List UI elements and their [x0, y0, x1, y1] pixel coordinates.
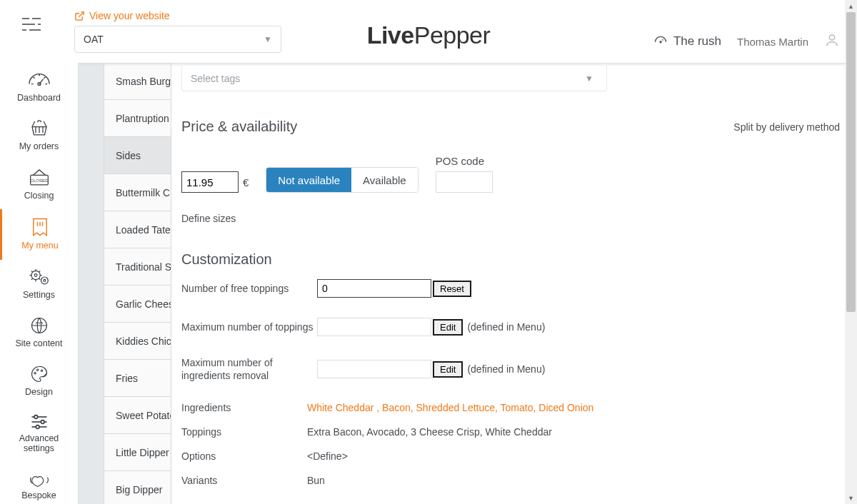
svg-point-8	[829, 34, 834, 39]
menu-card-icon	[30, 216, 50, 238]
svg-point-16	[43, 279, 45, 281]
sidebar-item-bespoke[interactable]: Bespoke	[0, 462, 78, 504]
options-value[interactable]: <Define>	[307, 450, 348, 462]
svg-point-20	[36, 369, 38, 371]
define-sizes-link[interactable]: Define sizes	[181, 213, 840, 224]
browser-scrollbar[interactable]: ▲ ▼	[845, 0, 857, 504]
category-item[interactable]: Plantruption	[104, 100, 171, 137]
max-removal-label: Maximum number of ingredients removal	[181, 356, 317, 382]
category-item[interactable]: Kiddies Chick	[104, 323, 171, 360]
sidebar-item-design[interactable]: Design	[0, 357, 78, 405]
max-removal-edit[interactable]: Edit	[433, 361, 463, 378]
chevron-down-icon: ▼	[264, 34, 272, 44]
category-item[interactable]: Smash Burger	[104, 63, 171, 100]
max-removal-hint: (defined in Menu)	[467, 363, 545, 375]
category-item[interactable]: Sweet Potato	[104, 397, 171, 434]
sidebar-item-label: Site content	[15, 338, 62, 348]
svg-point-14	[34, 273, 37, 276]
basket-icon	[29, 119, 50, 138]
svg-point-19	[34, 373, 36, 374]
svg-text:CLOSED: CLOSED	[30, 178, 49, 183]
ingredients-value[interactable]: White Cheddar , Bacon, Shredded Lettuce,…	[307, 402, 593, 413]
scroll-down-arrow[interactable]: ▼	[845, 492, 857, 504]
hamburger-toggle[interactable]	[17, 10, 46, 39]
sidebar-item-settings[interactable]: Settings	[0, 260, 78, 308]
toppings-value: Extra Bacon, Avocado, 3 Cheese Crisp, Wh…	[307, 426, 552, 438]
sidebar-item-label: Settings	[23, 290, 55, 300]
category-label: Kiddies Chick	[116, 336, 171, 347]
svg-point-7	[660, 41, 661, 43]
max-removal-input[interactable]	[317, 360, 431, 378]
variants-label: Variants	[181, 475, 307, 486]
sidebar-item-label: My menu	[21, 241, 58, 251]
sidebar-item-dashboard[interactable]: Dashboard	[0, 63, 78, 111]
view-website-link[interactable]: View your website	[74, 10, 289, 21]
split-delivery-link[interactable]: Split by delivery method	[733, 121, 840, 133]
closed-sign-icon: CLOSED	[28, 168, 51, 188]
brand-selector[interactable]: OAT ▼	[74, 26, 281, 53]
svg-point-13	[31, 271, 39, 279]
category-item[interactable]: Traditional Sp	[104, 248, 171, 286]
svg-text:www: www	[35, 321, 43, 325]
rush-label: The rush	[673, 34, 721, 49]
the-rush-link[interactable]: The rush	[653, 34, 721, 49]
max-toppings-input[interactable]	[317, 318, 431, 336]
ingredients-label: Ingredients	[181, 402, 307, 413]
category-list: Smash Burger Plantruption Sides Buttermi…	[104, 63, 171, 504]
sidebar: Dashboard My orders CLOSED Closing My me…	[0, 63, 79, 504]
category-item[interactable]: Sides	[104, 137, 171, 174]
category-label: Garlic Cheese	[116, 298, 171, 310]
user-name[interactable]: Thomas Martin	[737, 36, 808, 48]
category-item[interactable]: Garlic Cheese	[104, 286, 171, 323]
price-input[interactable]	[181, 171, 239, 193]
gears-icon	[28, 267, 51, 287]
sidebar-item-label: Advanced settings	[3, 433, 75, 454]
scroll-track[interactable]	[845, 12, 857, 492]
svg-point-21	[41, 370, 42, 371]
category-item[interactable]: Buttermilk Ch	[104, 174, 171, 211]
scroll-up-arrow[interactable]: ▲	[845, 0, 857, 12]
toppings-label: Toppings	[181, 426, 307, 438]
max-toppings-edit[interactable]: Edit	[433, 319, 463, 336]
product-panel: Select tags ▼ Price & availability Split…	[171, 63, 850, 504]
svg-point-15	[41, 277, 48, 284]
sidebar-item-menu[interactable]: My menu	[0, 209, 78, 259]
free-toppings-label: Number of free toppings	[181, 282, 317, 295]
svg-line-6	[79, 11, 84, 16]
hands-icon	[29, 469, 50, 488]
svg-point-23	[34, 415, 38, 418]
chevron-down-icon: ▼	[585, 74, 593, 84]
options-label: Options	[181, 450, 307, 462]
user-icon[interactable]	[824, 32, 840, 51]
sidebar-item-advanced[interactable]: Advanced settings	[0, 406, 78, 463]
sidebar-item-closing[interactable]: CLOSED Closing	[0, 161, 78, 209]
pos-code-input[interactable]	[436, 171, 493, 193]
category-item[interactable]: Little Dipper	[104, 434, 171, 471]
category-label: Little Dipper	[116, 447, 169, 458]
sidebar-item-label: Bespoke	[21, 490, 56, 500]
category-label: Big Dipper	[116, 484, 162, 495]
category-item[interactable]: Fries	[104, 360, 171, 397]
view-website-label: View your website	[89, 10, 170, 21]
category-item[interactable]: Loaded Tater	[104, 211, 171, 248]
category-label: Sweet Potato	[116, 410, 171, 421]
free-toppings-reset[interactable]: Reset	[433, 281, 471, 297]
free-toppings-input[interactable]	[317, 279, 431, 298]
tags-select[interactable]: Select tags ▼	[181, 66, 607, 91]
scroll-thumb[interactable]	[846, 12, 856, 312]
category-label: Buttermilk Ch	[116, 187, 171, 198]
gauge-icon	[653, 34, 668, 49]
availability-available[interactable]: Available	[351, 168, 418, 192]
sidebar-item-orders[interactable]: My orders	[0, 111, 78, 160]
category-item[interactable]: Big Dipper	[104, 471, 171, 504]
availability-not-available[interactable]: Not available	[266, 168, 351, 192]
pos-code-label: POS code	[436, 155, 493, 167]
logo: LivePepper	[367, 21, 491, 49]
svg-point-27	[36, 425, 39, 428]
sidebar-item-sitecontent[interactable]: www Site content	[0, 308, 78, 357]
sidebar-item-label: Dashboard	[17, 93, 61, 103]
sidebar-item-label: Design	[25, 387, 53, 397]
sidebar-item-label: Closing	[24, 191, 54, 201]
svg-point-25	[41, 420, 44, 423]
sliders-icon	[29, 413, 49, 430]
